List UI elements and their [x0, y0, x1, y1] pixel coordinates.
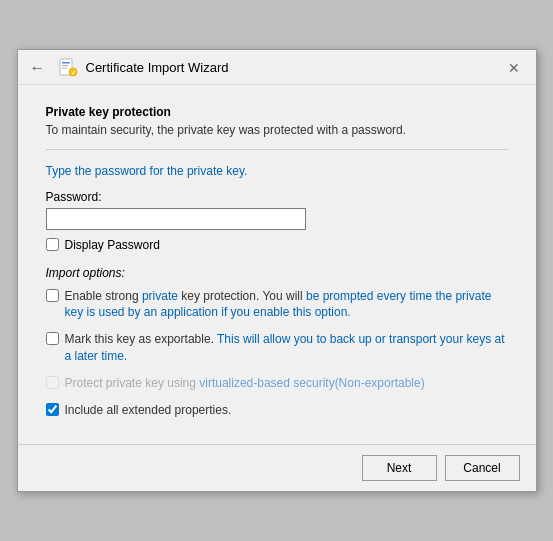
main-content: Private key protection To maintain secur… — [18, 85, 536, 445]
close-button[interactable]: ✕ — [504, 60, 524, 76]
cancel-button[interactable]: Cancel — [445, 455, 520, 481]
svg-text:✓: ✓ — [71, 69, 76, 75]
svg-rect-2 — [62, 65, 68, 66]
option1-checkbox[interactable] — [46, 289, 59, 302]
option-virtualized: Protect private key using virtualized-ba… — [46, 375, 508, 392]
option3-text: Protect private key using virtualized-ba… — [65, 375, 425, 392]
option-include-properties: Include all extended properties. — [46, 402, 508, 419]
option3-checkbox — [46, 376, 59, 389]
title-bar: ← ✓ Certificate Import Wizard ✕ — [18, 50, 536, 85]
option2-checkbox[interactable] — [46, 332, 59, 345]
password-input[interactable] — [46, 208, 306, 230]
back-button[interactable]: ← — [30, 59, 46, 77]
display-password-row: Display Password — [46, 238, 508, 252]
password-label: Password: — [46, 190, 508, 204]
option4-text: Include all extended properties. — [65, 402, 232, 419]
option1-text: Enable strong private key protection. Yo… — [65, 288, 508, 322]
option-strong-protection: Enable strong private key protection. Yo… — [46, 288, 508, 322]
divider — [46, 149, 508, 150]
window-title: Certificate Import Wizard — [86, 60, 229, 75]
option4-checkbox[interactable] — [46, 403, 59, 416]
prompt-text: Type the password for the private key. — [46, 164, 508, 178]
footer: Next Cancel — [18, 444, 536, 491]
import-options-label: Import options: — [46, 266, 508, 280]
svg-rect-3 — [62, 67, 67, 68]
option2-text: Mark this key as exportable. This will a… — [65, 331, 508, 365]
display-password-checkbox[interactable] — [46, 238, 59, 251]
wizard-icon: ✓ — [58, 58, 78, 78]
certificate-import-wizard: ← ✓ Certificate Import Wizard ✕ Private … — [17, 49, 537, 493]
section-description: To maintain security, the private key wa… — [46, 123, 508, 137]
display-password-label[interactable]: Display Password — [65, 238, 160, 252]
next-button[interactable]: Next — [362, 455, 437, 481]
option-exportable: Mark this key as exportable. This will a… — [46, 331, 508, 365]
svg-rect-1 — [62, 62, 70, 64]
section-title: Private key protection — [46, 105, 508, 119]
